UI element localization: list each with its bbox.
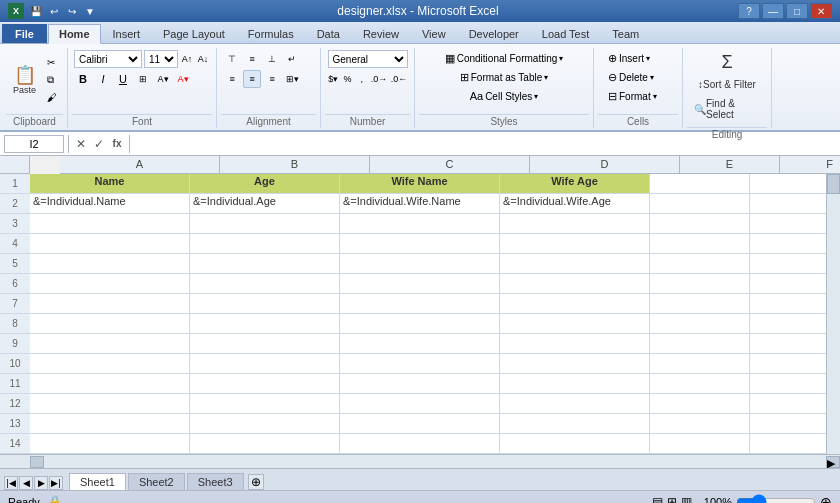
format-as-table-btn[interactable]: ⊞ Format as Table ▾ <box>456 69 553 86</box>
cell-D2[interactable]: &=Individual.Wife.Age <box>500 194 650 214</box>
cell-C2[interactable]: &=Individual.Wife.Name <box>340 194 500 214</box>
cell-A7[interactable] <box>30 294 190 314</box>
redo-quick-btn[interactable]: ↪ <box>64 3 80 19</box>
cell-F10[interactable] <box>750 354 826 374</box>
cell-F14[interactable] <box>750 434 826 454</box>
format-painter-button[interactable]: 🖌 <box>43 90 61 105</box>
cell-C9[interactable] <box>340 334 500 354</box>
row-num-14[interactable]: 14 <box>0 434 30 454</box>
decrease-dec-btn[interactable]: .0← <box>390 70 408 88</box>
tab-data[interactable]: Data <box>306 24 351 43</box>
cell-C7[interactable] <box>340 294 500 314</box>
cell-A12[interactable] <box>30 394 190 414</box>
cell-B5[interactable] <box>190 254 340 274</box>
cell-B13[interactable] <box>190 414 340 434</box>
cell-D11[interactable] <box>500 374 650 394</box>
cell-B14[interactable] <box>190 434 340 454</box>
cell-C4[interactable] <box>340 234 500 254</box>
tab-insert[interactable]: Insert <box>102 24 152 43</box>
decrease-font-btn[interactable]: A↓ <box>196 50 210 68</box>
cell-A9[interactable] <box>30 334 190 354</box>
comma-btn[interactable]: , <box>356 70 368 88</box>
cell-D5[interactable] <box>500 254 650 274</box>
view-layout-btn[interactable]: ⊞ <box>667 495 677 504</box>
tab-formulas[interactable]: Formulas <box>237 24 305 43</box>
increase-dec-btn[interactable]: .0→ <box>370 70 388 88</box>
zoom-plus-btn[interactable]: ⊕ <box>820 494 832 504</box>
underline-button[interactable]: U <box>114 70 132 88</box>
cell-D9[interactable] <box>500 334 650 354</box>
cell-E1[interactable] <box>650 174 750 194</box>
col-header-A[interactable]: A <box>60 156 220 173</box>
h-scrollbar-right[interactable]: ▶ <box>826 456 840 468</box>
restore-btn[interactable]: □ <box>786 3 808 19</box>
cell-F3[interactable] <box>750 214 826 234</box>
row-num-5[interactable]: 5 <box>0 254 30 274</box>
cell-B3[interactable] <box>190 214 340 234</box>
cell-A6[interactable] <box>30 274 190 294</box>
sum-btn[interactable]: Σ <box>712 50 742 74</box>
cell-D13[interactable] <box>500 414 650 434</box>
col-header-D[interactable]: D <box>530 156 680 173</box>
cell-E6[interactable] <box>650 274 750 294</box>
font-size-select[interactable]: 11 <box>144 50 178 68</box>
undo-quick-btn[interactable]: ↩ <box>46 3 62 19</box>
cell-A13[interactable] <box>30 414 190 434</box>
tab-file[interactable]: File <box>2 24 47 43</box>
col-header-E[interactable]: E <box>680 156 780 173</box>
tab-developer[interactable]: Developer <box>458 24 530 43</box>
confirm-formula-icon[interactable]: ✓ <box>91 136 107 152</box>
vertical-scrollbar[interactable] <box>826 174 840 454</box>
cell-F1[interactable] <box>750 174 826 194</box>
cell-C13[interactable] <box>340 414 500 434</box>
format-btn[interactable]: ⊟ Format ▾ <box>603 88 673 105</box>
cell-C14[interactable] <box>340 434 500 454</box>
row-num-7[interactable]: 7 <box>0 294 30 314</box>
percent-btn[interactable]: % <box>341 70 353 88</box>
insert-function-icon[interactable]: fx <box>109 136 125 152</box>
tab-review[interactable]: Review <box>352 24 410 43</box>
cell-B4[interactable] <box>190 234 340 254</box>
row-num-1[interactable]: 1 <box>0 174 30 194</box>
tab-page-layout[interactable]: Page Layout <box>152 24 236 43</box>
cell-E5[interactable] <box>650 254 750 274</box>
tab-view[interactable]: View <box>411 24 457 43</box>
sheet-tab-1[interactable]: Sheet1 <box>69 473 126 490</box>
cell-B6[interactable] <box>190 274 340 294</box>
cell-F4[interactable] <box>750 234 826 254</box>
wrap-text-btn[interactable]: ↵ <box>283 50 301 68</box>
center-align-btn[interactable]: ≡ <box>243 70 261 88</box>
horizontal-scrollbar[interactable]: ▶ <box>0 454 840 468</box>
left-align-btn[interactable]: ≡ <box>223 70 241 88</box>
cell-B1[interactable]: Age <box>190 174 340 194</box>
last-sheet-btn[interactable]: ▶| <box>49 476 63 490</box>
next-sheet-btn[interactable]: ▶ <box>34 476 48 490</box>
cell-E13[interactable] <box>650 414 750 434</box>
cell-B8[interactable] <box>190 314 340 334</box>
top-align-btn[interactable]: ⊤ <box>223 50 241 68</box>
paste-button[interactable]: 📋 Paste <box>8 63 41 98</box>
customize-quick-btn[interactable]: ▼ <box>82 3 98 19</box>
row-num-9[interactable]: 9 <box>0 334 30 354</box>
fill-color-button[interactable]: A▾ <box>154 70 172 88</box>
cell-A8[interactable] <box>30 314 190 334</box>
close-btn[interactable]: ✕ <box>810 3 832 19</box>
cell-A2[interactable]: &=Individual.Name <box>30 194 190 214</box>
cell-F12[interactable] <box>750 394 826 414</box>
cell-B2[interactable]: &=Individual.Age <box>190 194 340 214</box>
sheet-tab-2[interactable]: Sheet2 <box>128 473 185 490</box>
col-header-F[interactable]: F <box>780 156 840 173</box>
cell-D7[interactable] <box>500 294 650 314</box>
cell-B9[interactable] <box>190 334 340 354</box>
sheet-tab-3[interactable]: Sheet3 <box>187 473 244 490</box>
bottom-align-btn[interactable]: ⊥ <box>263 50 281 68</box>
cell-F7[interactable] <box>750 294 826 314</box>
cell-D6[interactable] <box>500 274 650 294</box>
border-button[interactable]: ⊞ <box>134 70 152 88</box>
cell-E2[interactable] <box>650 194 750 214</box>
cut-button[interactable]: ✂ <box>43 55 61 70</box>
row-num-4[interactable]: 4 <box>0 234 30 254</box>
cell-F11[interactable] <box>750 374 826 394</box>
col-header-C[interactable]: C <box>370 156 530 173</box>
cell-F9[interactable] <box>750 334 826 354</box>
